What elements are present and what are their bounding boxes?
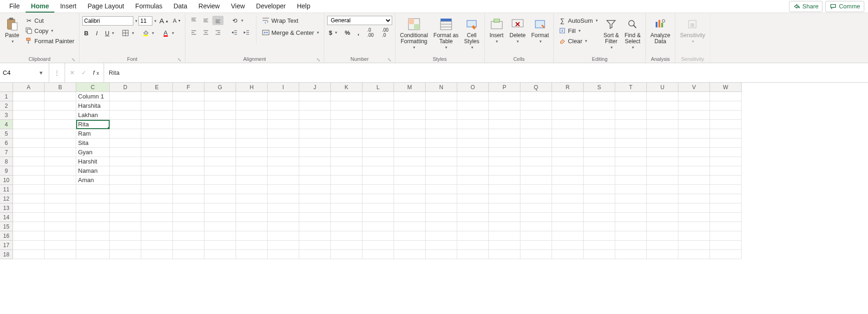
cell-R3[interactable] [552, 111, 584, 120]
cell-Q6[interactable] [520, 138, 552, 148]
cell-U13[interactable] [647, 203, 678, 213]
cell-T8[interactable] [615, 157, 647, 166]
cell-K3[interactable] [331, 111, 362, 120]
cell-A4[interactable] [13, 120, 45, 129]
cell-M8[interactable] [394, 157, 426, 166]
cell-G7[interactable] [204, 148, 236, 157]
cell-A9[interactable] [13, 166, 45, 176]
cell-W11[interactable] [710, 185, 742, 194]
row-header-12[interactable]: 12 [0, 194, 13, 203]
cell-H18[interactable] [236, 250, 268, 259]
cell-E5[interactable] [141, 129, 173, 138]
row-header-11[interactable]: 11 [0, 185, 13, 194]
cell-B12[interactable] [45, 194, 76, 203]
cell-L13[interactable] [362, 203, 394, 213]
increase-decimal-button[interactable]: .0.00 [365, 28, 376, 37]
cell-P15[interactable] [489, 222, 520, 231]
cell-F12[interactable] [173, 194, 204, 203]
cell-A1[interactable] [13, 92, 45, 101]
cell-U15[interactable] [647, 222, 678, 231]
cell-I1[interactable] [268, 92, 299, 101]
chevron-down-icon[interactable]: ▾ [154, 19, 157, 23]
borders-button[interactable]: ▾ [120, 28, 136, 38]
cell-F9[interactable] [173, 166, 204, 176]
cell-E8[interactable] [141, 157, 173, 166]
cell-T7[interactable] [615, 148, 647, 157]
col-header-K[interactable]: K [331, 83, 362, 92]
align-top-button[interactable] [188, 16, 199, 25]
cell-P12[interactable] [489, 194, 520, 203]
cell-V6[interactable] [678, 138, 710, 148]
cell-N3[interactable] [426, 111, 457, 120]
cell-F5[interactable] [173, 129, 204, 138]
cell-F2[interactable] [173, 101, 204, 111]
tab-review[interactable]: Review [193, 0, 225, 13]
cell-A3[interactable] [13, 111, 45, 120]
row-header-13[interactable]: 13 [0, 203, 13, 213]
cell-C5[interactable]: Ram [76, 129, 110, 138]
cell-B2[interactable] [45, 101, 76, 111]
cell-K14[interactable] [331, 213, 362, 222]
cell-I17[interactable] [268, 241, 299, 250]
cell-P14[interactable] [489, 213, 520, 222]
cell-T10[interactable] [615, 176, 647, 185]
cell-Q2[interactable] [520, 101, 552, 111]
cell-Q16[interactable] [520, 231, 552, 241]
cell-R17[interactable] [552, 241, 584, 250]
cell-I14[interactable] [268, 213, 299, 222]
cell-G1[interactable] [204, 92, 236, 101]
cell-U3[interactable] [647, 111, 678, 120]
col-header-O[interactable]: O [457, 83, 489, 92]
cell-H13[interactable] [236, 203, 268, 213]
cell-S4[interactable] [584, 120, 615, 129]
row-header-16[interactable]: 16 [0, 231, 13, 241]
fill-handle[interactable] [108, 127, 110, 129]
cell-I12[interactable] [268, 194, 299, 203]
cell-W17[interactable] [710, 241, 742, 250]
cell-E9[interactable] [141, 166, 173, 176]
cell-U2[interactable] [647, 101, 678, 111]
cell-E11[interactable] [141, 185, 173, 194]
cell-I2[interactable] [268, 101, 299, 111]
cell-B9[interactable] [45, 166, 76, 176]
cell-K2[interactable] [331, 101, 362, 111]
cell-M13[interactable] [394, 203, 426, 213]
cell-J15[interactable] [299, 222, 331, 231]
cell-U12[interactable] [647, 194, 678, 203]
wrap-text-button[interactable]: Wrap Text [260, 16, 321, 25]
cell-P13[interactable] [489, 203, 520, 213]
row-header-8[interactable]: 8 [0, 157, 13, 166]
cell-H12[interactable] [236, 194, 268, 203]
cell-D11[interactable] [110, 185, 141, 194]
cut-button[interactable]: ✂ Cut [23, 16, 76, 25]
cell-I4[interactable] [268, 120, 299, 129]
cell-D17[interactable] [110, 241, 141, 250]
share-button[interactable]: Share [789, 1, 823, 12]
clear-button[interactable]: Clear▾ [557, 36, 599, 46]
cell-D10[interactable] [110, 176, 141, 185]
cell-F14[interactable] [173, 213, 204, 222]
col-header-Q[interactable]: Q [520, 83, 552, 92]
name-box[interactable]: ▾ [0, 63, 49, 82]
cell-A10[interactable] [13, 176, 45, 185]
cell-G10[interactable] [204, 176, 236, 185]
cell-K5[interactable] [331, 129, 362, 138]
spreadsheet-grid[interactable]: ABCDEFGHIJKLMNOPQRSTUVW 1234567891011121… [0, 83, 868, 296]
cell-P5[interactable] [489, 129, 520, 138]
col-header-H[interactable]: H [236, 83, 268, 92]
cell-S14[interactable] [584, 213, 615, 222]
cell-H2[interactable] [236, 101, 268, 111]
row-header-4[interactable]: 4 [0, 120, 13, 129]
cell-E13[interactable] [141, 203, 173, 213]
cell-Q17[interactable] [520, 241, 552, 250]
cell-F1[interactable] [173, 92, 204, 101]
cell-E6[interactable] [141, 138, 173, 148]
cell-S17[interactable] [584, 241, 615, 250]
cell-A18[interactable] [13, 250, 45, 259]
cell-C6[interactable]: Sita [76, 138, 110, 148]
cell-K16[interactable] [331, 231, 362, 241]
cell-F7[interactable] [173, 148, 204, 157]
find-select-button[interactable]: Find & Select▾ [623, 16, 643, 51]
bold-button[interactable]: B [82, 29, 90, 38]
tab-insert[interactable]: Insert [54, 0, 82, 13]
